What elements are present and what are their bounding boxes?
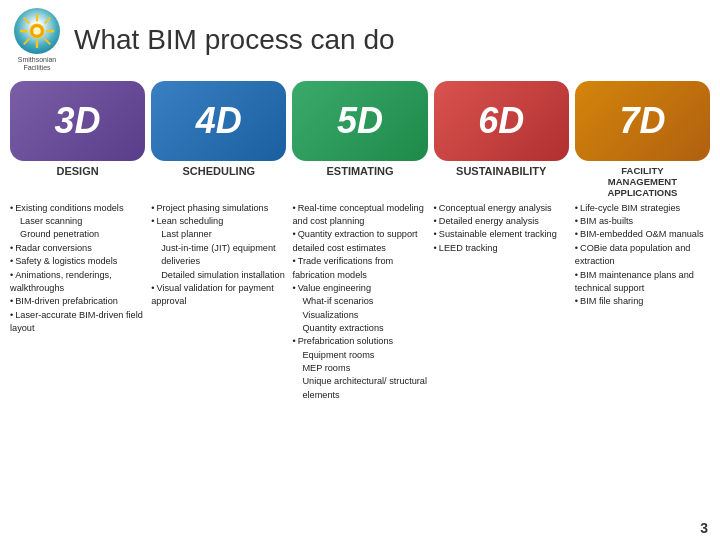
list-item: MEP rooms: [292, 362, 427, 375]
list-item: Visualizations: [292, 309, 427, 322]
list-item: Life-cycle BIM strategies: [575, 202, 710, 215]
logo-area: SmithsonianFacilities: [14, 8, 60, 73]
label-sustainability: SUSTAINABILITY: [434, 165, 569, 198]
label-scheduling: SCHEDULING: [151, 165, 286, 198]
header: SmithsonianFacilities What BIM process c…: [0, 0, 720, 77]
list-item: Real-time conceptual modeling and cost p…: [292, 202, 427, 229]
list-item: Just-in-time (JIT) equipment deliveries: [151, 242, 286, 269]
col-scheduling: Project phasing simulations Lean schedul…: [151, 202, 286, 402]
list-item: Detailed simulation installation: [151, 269, 286, 282]
dim-box-6d: 6D: [434, 81, 569, 161]
svg-line-7: [45, 18, 51, 24]
label-facility: FACILITYMANAGEMENTAPPLICATIONS: [575, 165, 710, 198]
col-design: Existing conditions models Laser scannin…: [10, 202, 145, 402]
list-item: BIM-driven prefabrication: [10, 295, 145, 308]
logo-text: SmithsonianFacilities: [18, 56, 57, 73]
content-row: Existing conditions models Laser scannin…: [0, 198, 720, 402]
list-item: Laser scanning: [10, 215, 145, 228]
list-item: Trade verifications from fabrication mod…: [292, 255, 427, 282]
svg-line-5: [24, 18, 30, 24]
list-item: Prefabrication solutions: [292, 335, 427, 348]
list-item: BIM maintenance plans and technical supp…: [575, 269, 710, 296]
list-item: Detailed energy analysis: [434, 215, 569, 228]
dim-box-4d: 4D: [151, 81, 286, 161]
list-item: Radar conversions: [10, 242, 145, 255]
list-item: Existing conditions models: [10, 202, 145, 215]
list-item: BIM file sharing: [575, 295, 710, 308]
list-item: COBie data population and extraction: [575, 242, 710, 269]
dimension-row: 3D 4D 5D 6D 7D: [0, 81, 720, 161]
list-item: Conceptual energy analysis: [434, 202, 569, 215]
list-item: Safety & logistics models: [10, 255, 145, 268]
list-item: Value engineering: [292, 282, 427, 295]
list-item: Unique architectural/ structural element…: [292, 375, 427, 402]
sustainability-list: Conceptual energy analysis Detailed ener…: [434, 202, 569, 255]
page-number: 3: [700, 520, 708, 536]
list-item: Visual validation for payment approval: [151, 282, 286, 309]
dim-box-3d: 3D: [10, 81, 145, 161]
list-item: Quantity extraction to support detailed …: [292, 228, 427, 255]
list-item: Quantity extractions: [292, 322, 427, 335]
page-title: What BIM process can do: [74, 24, 395, 56]
list-item: Equipment rooms: [292, 349, 427, 362]
svg-line-6: [45, 39, 51, 45]
svg-line-8: [24, 39, 30, 45]
list-item: Sustainable element tracking: [434, 228, 569, 241]
list-item: Lean scheduling: [151, 215, 286, 228]
design-list: Existing conditions models Laser scannin…: [10, 202, 145, 335]
logo-icon: [18, 12, 56, 50]
svg-point-10: [33, 27, 41, 35]
list-item: Last planner: [151, 228, 286, 241]
list-item: BIM as-builts: [575, 215, 710, 228]
list-item: LEED tracking: [434, 242, 569, 255]
dim-box-5d: 5D: [292, 81, 427, 161]
list-item: What-if scenarios: [292, 295, 427, 308]
dim-box-7d: 7D: [575, 81, 710, 161]
list-item: BIM-embedded O&M manuals: [575, 228, 710, 241]
col-facility: Life-cycle BIM strategies BIM as-builts …: [575, 202, 710, 402]
scheduling-list: Project phasing simulations Lean schedul…: [151, 202, 286, 309]
estimating-list: Real-time conceptual modeling and cost p…: [292, 202, 427, 402]
list-item: Laser-accurate BIM-driven field layout: [10, 309, 145, 336]
facility-list: Life-cycle BIM strategies BIM as-builts …: [575, 202, 710, 309]
list-item: Animations, renderings, walkthroughs: [10, 269, 145, 296]
label-estimating: ESTIMATING: [292, 165, 427, 198]
col-estimating: Real-time conceptual modeling and cost p…: [292, 202, 427, 402]
label-row: DESIGN SCHEDULING ESTIMATING SUSTAINABIL…: [0, 161, 720, 198]
list-item: Project phasing simulations: [151, 202, 286, 215]
smithsonian-logo: [14, 8, 60, 54]
list-item: Ground penetration: [10, 228, 145, 241]
col-sustainability: Conceptual energy analysis Detailed ener…: [434, 202, 569, 402]
label-design: DESIGN: [10, 165, 145, 198]
